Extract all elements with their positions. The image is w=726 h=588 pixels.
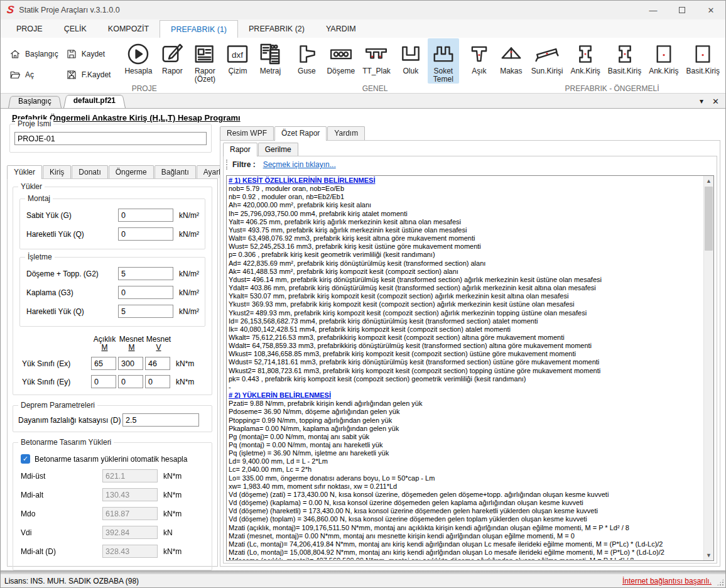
tab-ongerme[interactable]: Öngerme	[109, 165, 154, 178]
report-button[interactable]: Rapor	[156, 38, 188, 84]
tab-kompozit[interactable]: KOMPOZİT	[97, 20, 160, 38]
document-tab-strip: Başlangıç default.pf21 ▾ ✕	[1, 94, 725, 109]
resize-grip[interactable]	[717, 579, 724, 586]
basit-kiris-i-button[interactable]: Basit.Kiriş	[605, 38, 644, 84]
tab-prefabrik-1[interactable]: PREFABRIK (1)	[160, 20, 238, 38]
soket-temel-button[interactable]: Soket Temel	[428, 38, 459, 84]
tt-plak-button[interactable]: TT_Plak	[359, 38, 394, 84]
filter-toolbar: Filtre : Seçmek için tıklayın...	[224, 156, 717, 173]
basit-kiris-rect-button[interactable]: Basit.Kiriş	[683, 38, 723, 84]
tab-close-icon[interactable]: ✕	[712, 97, 719, 106]
project-name-groupbox: Proje İsmi	[9, 124, 212, 153]
dxf-icon: dxf	[225, 41, 250, 67]
report-line: Ykust2= 489.93 mm, prefabrik kiriş kompo…	[229, 309, 703, 317]
filter-select-link[interactable]: Seçmek için tıklayın...	[263, 160, 336, 169]
hareketli-yuk-montaj-input[interactable]	[118, 227, 173, 241]
ex-aciklik-m-input[interactable]	[91, 357, 116, 370]
ribbon-group-proje: Başlangıç Kaydet Aç F.Kaydet Hesapla	[2, 38, 286, 93]
sun-kirisi-button[interactable]: Sun.Kirişi	[528, 38, 566, 84]
report-line: Vd (döşeme) (hareketli) = 173,430.00 N, …	[229, 507, 703, 515]
report-line: Ptopping= 0.99 N/mm, topping ağırlığında…	[229, 416, 703, 425]
doseme-topp-input[interactable]	[118, 267, 173, 280]
report-line: Ld= 9,400.00 mm, Ld = L - 2*Lm	[229, 457, 703, 466]
tab-yukler[interactable]: Yükler	[7, 165, 42, 179]
tab-ozet-rapor[interactable]: Özet Rapor	[274, 126, 327, 141]
socket-foundation-icon	[431, 41, 456, 67]
close-button[interactable]: ✕	[696, 1, 725, 19]
doseme-button[interactable]: Döşeme	[323, 38, 358, 84]
corbel-icon	[294, 41, 319, 67]
scroll-up-icon[interactable]: ▲	[704, 176, 713, 186]
internet-status-link[interactable]: İnternet bağlantısı başarılı.	[622, 577, 712, 585]
ex-mesnet-m-input[interactable]	[118, 357, 143, 370]
ey-aciklik-m-input[interactable]	[91, 375, 116, 388]
open-folder-icon	[9, 69, 21, 80]
rect-beam-icon	[652, 41, 676, 67]
report-line: nb= 0.92 , moduler oran, nb=Eb2/Eb1	[229, 193, 703, 201]
scroll-down-icon[interactable]: ▼	[704, 550, 713, 560]
asik-button[interactable]: Aşık	[464, 38, 494, 84]
maximize-button[interactable]	[668, 1, 696, 19]
report-line: Wdalt= 64,758,859.33 mm3, prefabrikkiriş…	[229, 342, 703, 350]
kaplama-input[interactable]	[118, 286, 173, 299]
window-title: Statik Proje Araçları v.3.1.0.0	[19, 6, 119, 14]
ank-kiris-i-button[interactable]: Ank.Kiriş	[568, 38, 604, 84]
vdi-field	[102, 526, 158, 539]
report-line: Wkust2= 81,808,723.61 mm3, prefabrik kir…	[229, 367, 703, 375]
drawing-button[interactable]: dxf Çizim	[222, 38, 253, 84]
report-line: Ad= 422,835.69 mm², prefabrik kiriş dönü…	[229, 259, 703, 268]
tab-resim-wpf[interactable]: Resim WPF	[220, 126, 274, 140]
open-button[interactable]: Aç	[7, 66, 61, 85]
report-line: Mzati (Lc, montaj)= 74,206,419.84 N*mm, …	[229, 540, 703, 548]
tab-prefabrik-2[interactable]: PREFABRIK (2)	[238, 20, 315, 38]
app-logo-icon: S	[6, 4, 15, 16]
form-row: Mdi-alt (D) kN*m	[21, 545, 208, 558]
scrollbar-thumb[interactable]	[705, 187, 713, 251]
guse-button[interactable]: Guse	[291, 38, 322, 84]
ey-mesnet-v-input[interactable]	[145, 375, 170, 388]
report-line: Wkalt= 75,612,216.53 mm3, prefabrikkiriş…	[229, 334, 703, 342]
tab-list-dropdown-icon[interactable]: ▾	[700, 97, 703, 106]
table-row: Yük Sınıfı (Ey) kN*m	[22, 375, 205, 388]
report-textbox[interactable]: # 1) KESİT ÖZELLİKLERİNİN BELİRLENMESİno…	[226, 175, 714, 561]
tab-donati[interactable]: Donatı	[72, 165, 107, 178]
hareketli-yuk-isletme-input[interactable]	[118, 305, 173, 318]
doc-tab-baslangic[interactable]: Başlangıç	[8, 95, 62, 108]
tab-yardim[interactable]: YARDIM	[315, 20, 367, 38]
tab-yardim-right[interactable]: Yardım	[327, 126, 365, 140]
home-button[interactable]: Başlangıç	[7, 45, 61, 63]
report-line: Yalt= 406.25 mm, prefabrik kiriş ağırlık…	[229, 218, 703, 226]
sabit-yuk-input[interactable]	[118, 209, 173, 222]
report-summary-button[interactable]: Rapor (Özet)	[189, 38, 220, 84]
report-line: Ydust= 496.14 mm, prefabrik kiriş dönüşt…	[229, 276, 703, 284]
truss-icon	[499, 41, 524, 67]
doc-tab-default-pf21[interactable]: default.pf21	[63, 94, 126, 108]
auto-calc-checkbox-row[interactable]: ✓ Betonarme tasarım yüklerini otomatik h…	[21, 454, 208, 464]
document-area: Prefabrik Öngermeli Ankastre Kiriş (H,L,…	[1, 109, 725, 570]
save-icon	[66, 48, 77, 60]
tab-gerilme[interactable]: Gerilme	[258, 143, 298, 156]
tab-rapor[interactable]: Rapor	[223, 143, 257, 156]
project-name-input[interactable]	[14, 132, 207, 145]
report-line: Walt= 63,498,076.92 mm3, prefabrik kiriş…	[229, 234, 703, 242]
tab-proje[interactable]: PROJE	[6, 20, 53, 38]
minimize-button[interactable]: —	[639, 1, 668, 19]
tab-kiris[interactable]: Kiriş	[43, 165, 71, 178]
mdi-alt-field	[102, 488, 158, 501]
ank-kiris-rect-button[interactable]: Ank.Kiriş	[646, 38, 681, 84]
oluk-button[interactable]: Oluk	[395, 38, 426, 84]
ey-mesnet-m-input[interactable]	[118, 375, 143, 388]
report-line: Vd (döşeme) (kaplama) = 0.00 N, kısa kon…	[229, 499, 703, 507]
takeoff-button[interactable]: Metraj	[254, 38, 286, 84]
overstrength-factor-input[interactable]	[122, 413, 199, 427]
tab-baglanti[interactable]: Bağlantı	[154, 165, 196, 178]
checkbox-checked-icon[interactable]: ✓	[21, 454, 30, 464]
save-button[interactable]: Kaydet	[63, 45, 114, 63]
report-line: Pzati= 9.88 N/mm, prefabrik kirişin kend…	[229, 400, 703, 408]
ex-mesnet-v-input[interactable]	[145, 357, 170, 370]
tab-celik[interactable]: ÇELİK	[53, 20, 97, 38]
save-as-button[interactable]: F.Kaydet	[63, 66, 114, 85]
calculate-button[interactable]: Hesapla	[121, 38, 155, 84]
vertical-scrollbar[interactable]: ▲ ▼	[703, 176, 713, 560]
makas-button[interactable]: Makas	[496, 38, 527, 84]
